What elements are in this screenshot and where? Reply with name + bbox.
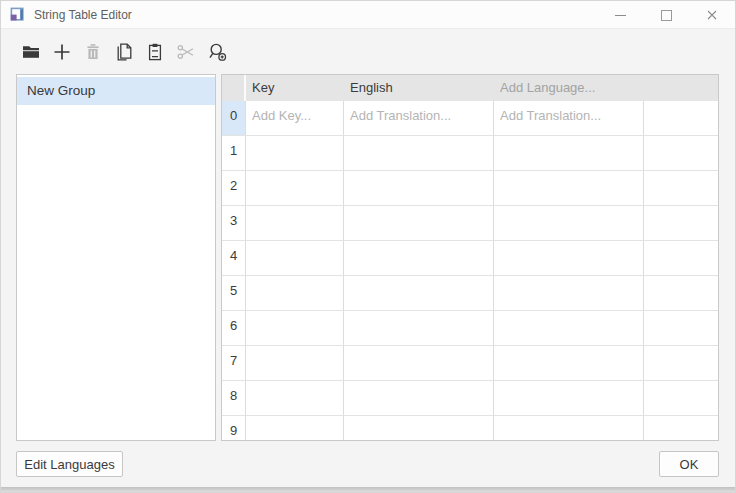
table-cell[interactable]	[246, 241, 344, 275]
table-row: 8	[222, 381, 718, 416]
row-number-cell[interactable]: 4	[222, 241, 246, 275]
table-cell[interactable]	[494, 346, 644, 380]
close-icon	[706, 9, 718, 21]
table-cell[interactable]	[246, 311, 344, 345]
table-cell[interactable]	[246, 171, 344, 205]
table-corner-cell	[222, 75, 246, 101]
table-cell[interactable]	[644, 101, 718, 135]
row-number-cell[interactable]: 2	[222, 171, 246, 205]
table-cell[interactable]	[246, 206, 344, 240]
maximize-icon	[661, 10, 672, 21]
window-bottom-edge	[1, 487, 735, 492]
window-title: String Table Editor	[34, 8, 132, 22]
string-table-editor-window: String Table Editor	[0, 0, 736, 493]
column-header-english[interactable]: English	[344, 75, 494, 101]
table-cell[interactable]	[246, 276, 344, 310]
table-row: 6	[222, 311, 718, 346]
table-cell[interactable]	[344, 276, 494, 310]
table-cell[interactable]	[344, 136, 494, 170]
add-button[interactable]	[48, 38, 75, 65]
table-cell[interactable]	[344, 311, 494, 345]
row-number-cell[interactable]: 9	[222, 416, 246, 441]
string-table: Key English Add Language... 0Add Key...A…	[221, 74, 719, 441]
copy-icon	[114, 42, 134, 62]
table-cell[interactable]	[344, 241, 494, 275]
table-row: 9	[222, 416, 718, 441]
column-header-add-language[interactable]: Add Language...	[494, 75, 644, 101]
table-cell[interactable]	[644, 171, 718, 205]
folder-icon	[21, 42, 41, 62]
table-cell[interactable]	[644, 416, 718, 441]
table-cell[interactable]: Add Translation...	[344, 101, 494, 135]
table-header: Key English Add Language...	[222, 75, 718, 101]
table-cell[interactable]	[344, 416, 494, 441]
edit-languages-button[interactable]: Edit Languages	[16, 451, 123, 477]
paste-button[interactable]	[141, 38, 168, 65]
open-group-button[interactable]	[17, 38, 44, 65]
table-cell[interactable]	[644, 276, 718, 310]
row-number-cell[interactable]: 3	[222, 206, 246, 240]
table-cell[interactable]	[344, 206, 494, 240]
table-cell[interactable]	[644, 206, 718, 240]
window-controls	[597, 1, 735, 29]
close-button[interactable]	[689, 1, 735, 29]
table-cell[interactable]	[246, 381, 344, 415]
table-body: 0Add Key...Add Translation...Add Transla…	[222, 101, 718, 441]
table-cell[interactable]	[494, 381, 644, 415]
table-row: 5	[222, 276, 718, 311]
table-cell[interactable]	[494, 276, 644, 310]
group-list-item-new-group[interactable]: New Group	[17, 77, 215, 105]
search-plus-icon	[207, 42, 227, 62]
table-cell[interactable]	[246, 346, 344, 380]
table-row: 0Add Key...Add Translation...Add Transla…	[222, 101, 718, 136]
table-row: 4	[222, 241, 718, 276]
minimize-icon	[615, 15, 626, 16]
group-list: New Group	[16, 74, 216, 441]
table-row: 3	[222, 206, 718, 241]
table-row: 1	[222, 136, 718, 171]
scissors-icon	[176, 42, 196, 62]
table-cell[interactable]	[494, 241, 644, 275]
titlebar: String Table Editor	[1, 1, 735, 29]
table-cell[interactable]	[494, 416, 644, 441]
table-cell[interactable]	[644, 136, 718, 170]
table-cell[interactable]	[246, 136, 344, 170]
table-cell[interactable]	[494, 311, 644, 345]
trash-icon	[83, 42, 103, 62]
row-number-cell[interactable]: 8	[222, 381, 246, 415]
table-cell[interactable]	[644, 346, 718, 380]
table-cell[interactable]	[644, 241, 718, 275]
plus-icon	[52, 42, 72, 62]
table-cell[interactable]	[344, 346, 494, 380]
table-cell[interactable]	[644, 311, 718, 345]
table-cell[interactable]	[344, 381, 494, 415]
table-cell[interactable]: Add Translation...	[494, 101, 644, 135]
app-logo-icon	[10, 7, 26, 23]
copy-button[interactable]	[110, 38, 137, 65]
table-row: 7	[222, 346, 718, 381]
table-cell[interactable]	[246, 416, 344, 441]
table-cell[interactable]: Add Key...	[246, 101, 344, 135]
row-number-cell[interactable]: 6	[222, 311, 246, 345]
paste-icon	[145, 42, 165, 62]
table-cell[interactable]	[494, 136, 644, 170]
delete-button[interactable]	[79, 38, 106, 65]
row-number-cell[interactable]: 0	[222, 101, 246, 135]
cut-button[interactable]	[172, 38, 199, 65]
toolbar	[1, 30, 735, 73]
table-cell[interactable]	[644, 381, 718, 415]
table-cell[interactable]	[494, 206, 644, 240]
table-row: 2	[222, 171, 718, 206]
table-cell[interactable]	[494, 171, 644, 205]
row-number-cell[interactable]: 1	[222, 136, 246, 170]
find-add-button[interactable]	[203, 38, 230, 65]
maximize-button[interactable]	[643, 1, 689, 29]
row-number-cell[interactable]: 5	[222, 276, 246, 310]
row-number-cell[interactable]: 7	[222, 346, 246, 380]
minimize-button[interactable]	[597, 1, 643, 29]
table-cell[interactable]	[344, 171, 494, 205]
column-header-key[interactable]: Key	[246, 75, 344, 101]
ok-button[interactable]: OK	[659, 451, 719, 477]
